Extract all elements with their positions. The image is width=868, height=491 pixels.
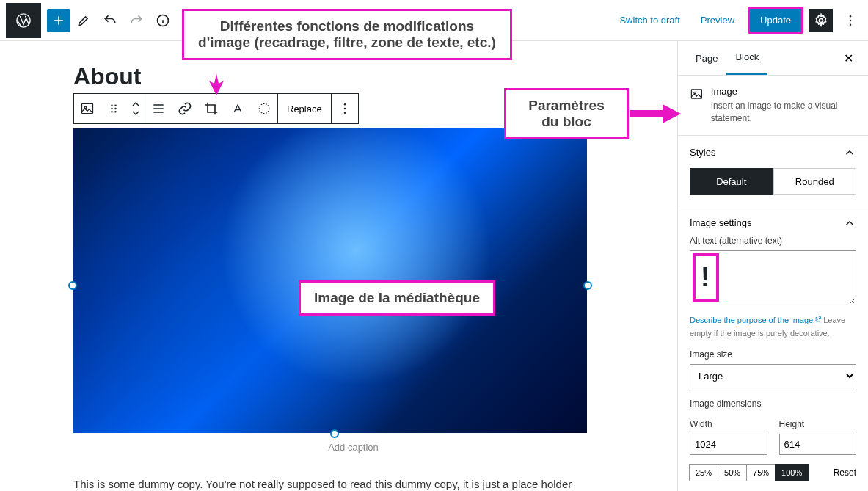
style-rounded-button[interactable]: Rounded xyxy=(773,168,857,195)
width-input[interactable] xyxy=(690,434,767,455)
add-block-button[interactable] xyxy=(47,9,70,32)
describe-purpose-link[interactable]: Describe the purpose of the image xyxy=(690,316,813,324)
link-icon[interactable] xyxy=(172,94,198,123)
svg-marker-21 xyxy=(630,104,681,123)
image-settings-section-toggle[interactable]: Image settings xyxy=(690,217,856,230)
tab-block[interactable]: Block xyxy=(726,41,767,75)
chevron-up-icon xyxy=(843,146,856,159)
block-type-image-icon[interactable] xyxy=(74,94,101,123)
svg-point-3 xyxy=(850,15,852,17)
style-default-button[interactable]: Default xyxy=(690,168,773,195)
block-type-title: Image xyxy=(711,86,856,97)
tab-page[interactable]: Page xyxy=(687,43,726,74)
wordpress-logo[interactable] xyxy=(6,3,41,38)
block-toolbar: Replace xyxy=(73,93,359,124)
image-icon xyxy=(690,86,704,102)
annotation-functions: Différentes fonctions de modifications d… xyxy=(182,9,512,60)
resize-handle-bottom[interactable] xyxy=(330,429,339,438)
edit-icon[interactable] xyxy=(70,7,97,34)
align-icon[interactable] xyxy=(145,94,172,123)
size-25-button[interactable]: 25% xyxy=(689,464,718,481)
info-icon[interactable] xyxy=(150,7,176,34)
image-size-select[interactable]: Large xyxy=(690,364,856,388)
settings-sidebar: Page Block ✕ Image Insert an image to ma… xyxy=(677,41,868,491)
external-link-icon xyxy=(814,316,822,323)
svg-point-2 xyxy=(820,18,823,22)
text-overlay-icon[interactable] xyxy=(225,94,251,123)
svg-point-17 xyxy=(343,112,346,114)
page-title[interactable]: About xyxy=(73,63,633,90)
move-arrows-icon[interactable] xyxy=(127,94,145,123)
svg-point-9 xyxy=(114,105,117,107)
height-input[interactable] xyxy=(779,434,857,455)
svg-marker-20 xyxy=(209,73,224,95)
svg-rect-18 xyxy=(691,90,701,99)
height-label: Height xyxy=(779,419,857,429)
annotation-media: Image de la médiathèque xyxy=(299,280,495,316)
preview-button[interactable]: Preview xyxy=(693,10,742,30)
settings-icon[interactable] xyxy=(809,9,833,32)
svg-point-12 xyxy=(111,111,113,113)
update-button[interactable]: Update xyxy=(748,7,803,34)
switch-to-draft-button[interactable]: Switch to draft xyxy=(612,10,687,30)
chevron-up-icon xyxy=(843,217,856,230)
resize-handle-right[interactable] xyxy=(583,281,592,290)
svg-point-10 xyxy=(111,108,113,110)
caption-input[interactable]: Add caption xyxy=(73,442,633,453)
svg-point-16 xyxy=(343,108,346,110)
block-type-description: Insert an image to make a visual stateme… xyxy=(711,100,856,125)
svg-point-4 xyxy=(850,19,852,21)
resize-handle-left[interactable] xyxy=(68,281,77,290)
svg-point-14 xyxy=(259,103,269,113)
svg-point-13 xyxy=(114,111,117,113)
svg-point-5 xyxy=(850,23,852,26)
duotone-filter-icon[interactable] xyxy=(251,94,277,123)
annotation-arrow-icon xyxy=(205,73,227,95)
svg-point-11 xyxy=(114,108,117,110)
styles-section-toggle[interactable]: Styles xyxy=(690,146,856,159)
size-50-button[interactable]: 50% xyxy=(718,464,747,481)
alt-text-input[interactable] xyxy=(690,250,856,305)
block-more-icon[interactable] xyxy=(332,94,358,123)
annotation-arrow-icon xyxy=(630,103,681,125)
image-dimensions-label: Image dimensions xyxy=(690,399,856,409)
svg-point-15 xyxy=(343,103,346,106)
svg-point-8 xyxy=(111,105,113,107)
redo-icon[interactable] xyxy=(123,7,150,34)
paragraph-text[interactable]: This is some dummy copy. You're not real… xyxy=(73,476,633,491)
crop-icon[interactable] xyxy=(198,94,225,123)
replace-button[interactable]: Replace xyxy=(278,103,331,114)
more-options-icon[interactable] xyxy=(839,9,862,32)
annotation-params: Paramètres du bloc xyxy=(504,88,629,139)
svg-rect-6 xyxy=(82,103,93,113)
alt-text-label: Alt text (alternative text) xyxy=(690,236,856,246)
width-label: Width xyxy=(690,419,767,429)
reset-dimensions-button[interactable]: Reset xyxy=(834,468,856,478)
close-sidebar-icon[interactable]: ✕ xyxy=(838,46,859,71)
size-75-button[interactable]: 75% xyxy=(746,464,776,481)
drag-handle-icon[interactable] xyxy=(101,94,127,123)
size-100-button[interactable]: 100% xyxy=(775,464,809,481)
image-size-label: Image size xyxy=(690,349,856,360)
undo-icon[interactable] xyxy=(97,7,123,34)
